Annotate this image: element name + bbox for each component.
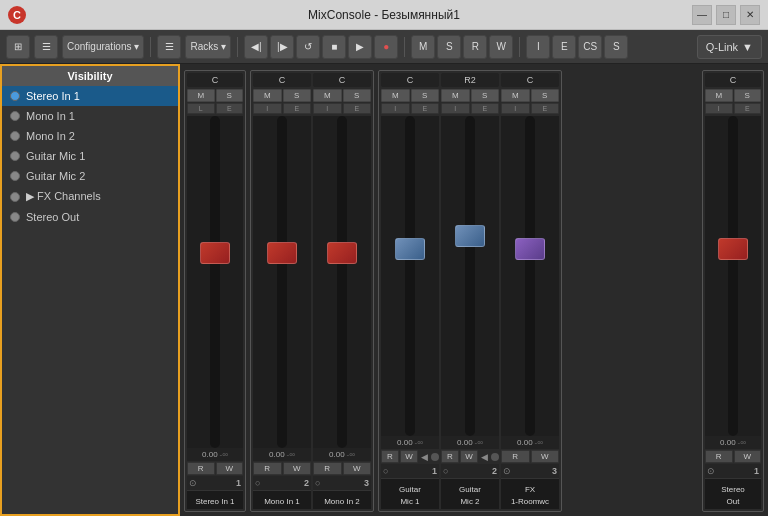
eq-e-mono-in-2[interactable]: E xyxy=(343,103,372,114)
eq-i-stereo-out[interactable]: I xyxy=(705,103,733,114)
r-guitar-mic-1[interactable]: R xyxy=(381,450,399,463)
fader-handle-mono-in-1[interactable] xyxy=(267,242,297,264)
loop-button[interactable]: ↺ xyxy=(296,35,320,59)
r-button[interactable]: R xyxy=(463,35,487,59)
fader-handle-stereo-in-1[interactable] xyxy=(200,242,230,264)
r-mono-in-2[interactable]: R xyxy=(313,462,342,475)
pan-fx-1[interactable]: C xyxy=(501,73,559,87)
visibility-dot-fx-channels xyxy=(10,192,20,202)
solo-stereo-in-1[interactable]: S xyxy=(216,89,244,102)
pan-guitar-mic-1[interactable]: C xyxy=(381,73,439,87)
fader-handle-guitar-mic-2[interactable] xyxy=(455,225,485,247)
m-button[interactable]: M xyxy=(411,35,435,59)
number-row-stereo-in-1: ⊙ 1 xyxy=(187,476,243,490)
pan-dot-guitar-mic-1[interactable] xyxy=(431,453,439,461)
mute-fx-1[interactable]: M xyxy=(501,89,530,102)
pan-dot-guitar-mic-2[interactable] xyxy=(491,453,499,461)
racks-button[interactable]: Racks ▾ xyxy=(185,35,231,59)
menu-icon: ☰ xyxy=(165,41,174,52)
close-button[interactable]: ✕ xyxy=(740,5,760,25)
w-button[interactable]: W xyxy=(489,35,513,59)
menu-button[interactable]: ☰ xyxy=(157,35,181,59)
configurations-button[interactable]: Configurations ▾ xyxy=(62,35,144,59)
w-stereo-out[interactable]: W xyxy=(734,450,762,463)
fader-handle-guitar-mic-1[interactable] xyxy=(395,238,425,260)
r-stereo-out[interactable]: R xyxy=(705,450,733,463)
w-guitar-mic-2[interactable]: W xyxy=(460,450,478,463)
mute-stereo-in-1[interactable]: M xyxy=(187,89,215,102)
minimize-button[interactable]: — xyxy=(692,5,712,25)
solo-mono-in-1[interactable]: S xyxy=(283,89,312,102)
solo-guitar-mic-1[interactable]: S xyxy=(411,89,440,102)
mute-stereo-out[interactable]: M xyxy=(705,89,733,102)
pan-mono-in-1[interactable]: C xyxy=(253,73,311,87)
eq-i-fx-1[interactable]: I xyxy=(501,103,530,114)
maximize-button[interactable]: □ xyxy=(716,5,736,25)
play-button[interactable]: ▶ xyxy=(348,35,372,59)
w-stereo-in-1[interactable]: W xyxy=(216,462,244,475)
sidebar-item-fx-channels[interactable]: ▶ FX Channels xyxy=(2,186,178,207)
eq-l-stereo-in-1[interactable]: L xyxy=(187,103,215,114)
fader-handle-fx-1[interactable] xyxy=(515,238,545,260)
toolbar: ⊞ ☰ Configurations ▾ ☰ Racks ▾ ◀| |▶ ↺ ■… xyxy=(0,30,768,64)
eq-e-guitar-mic-2[interactable]: E xyxy=(471,103,500,114)
r-stereo-in-1[interactable]: R xyxy=(187,462,215,475)
eq-i-guitar-mic-2[interactable]: I xyxy=(441,103,470,114)
solo-mono-in-2[interactable]: S xyxy=(343,89,372,102)
eq-e-fx-1[interactable]: E xyxy=(531,103,560,114)
record-button[interactable]: ● xyxy=(374,35,398,59)
list-view-button[interactable]: ☰ xyxy=(34,35,58,59)
fader-track-guitar-mic-2 xyxy=(465,116,475,436)
r-mono-in-1[interactable]: R xyxy=(253,462,282,475)
mute-mono-in-2[interactable]: M xyxy=(313,89,342,102)
pan-stereo-in-1[interactable]: C xyxy=(187,73,243,87)
eq-i-mono-in-1[interactable]: I xyxy=(253,103,282,114)
i-button[interactable]: I xyxy=(526,35,550,59)
eq-e-guitar-mic-1[interactable]: E xyxy=(411,103,440,114)
w-fx-1[interactable]: W xyxy=(531,450,560,463)
eq-e-stereo-out[interactable]: E xyxy=(734,103,762,114)
next-button[interactable]: |▶ xyxy=(270,35,294,59)
pan-btn-guitar-mic-1[interactable]: ◀ xyxy=(419,452,430,462)
r-guitar-mic-2[interactable]: R xyxy=(441,450,459,463)
s-button[interactable]: S xyxy=(437,35,461,59)
mute-mono-in-1[interactable]: M xyxy=(253,89,282,102)
pan-btn-guitar-mic-2[interactable]: ◀ xyxy=(479,452,490,462)
mute-guitar-mic-2[interactable]: M xyxy=(441,89,470,102)
fader-handle-stereo-out[interactable] xyxy=(718,238,748,260)
sidebar-item-mono-in-1[interactable]: Mono In 1 xyxy=(2,106,178,126)
eq-i-guitar-mic-1[interactable]: I xyxy=(381,103,410,114)
level-val-mono-in-1: 0.00 xyxy=(269,450,285,459)
sidebar-item-stereo-out[interactable]: Stereo Out xyxy=(2,207,178,227)
sidebar-item-guitar-mic-2[interactable]: Guitar Mic 2 xyxy=(2,166,178,186)
s2-button[interactable]: S xyxy=(604,35,628,59)
prev-button[interactable]: ◀| xyxy=(244,35,268,59)
q-link-button[interactable]: Q-Link ▼ xyxy=(697,35,762,59)
r-fx-1[interactable]: R xyxy=(501,450,530,463)
level-mono-in-2: 0.00 -∞ xyxy=(313,448,371,461)
mute-guitar-mic-1[interactable]: M xyxy=(381,89,410,102)
sidebar-item-stereo-in-1[interactable]: Stereo In 1 xyxy=(2,86,178,106)
ch-num-fx-1: 3 xyxy=(552,466,557,476)
w-mono-in-2[interactable]: W xyxy=(343,462,372,475)
w-guitar-mic-1[interactable]: W xyxy=(400,450,418,463)
eq-i-mono-in-2[interactable]: I xyxy=(313,103,342,114)
stop-button[interactable]: ■ xyxy=(322,35,346,59)
e-button[interactable]: E xyxy=(552,35,576,59)
grid-view-button[interactable]: ⊞ xyxy=(6,35,30,59)
eq-e-mono-in-1[interactable]: E xyxy=(283,103,312,114)
solo-guitar-mic-2[interactable]: S xyxy=(471,89,500,102)
pan-stereo-out[interactable]: C xyxy=(705,73,761,87)
solo-stereo-out[interactable]: S xyxy=(734,89,762,102)
fader-handle-mono-in-2[interactable] xyxy=(327,242,357,264)
pan-guitar-mic-2[interactable]: R2 xyxy=(441,73,499,87)
w-mono-in-1[interactable]: W xyxy=(283,462,312,475)
pan-mono-in-2[interactable]: C xyxy=(313,73,371,87)
sidebar-label-guitar-mic-2: Guitar Mic 2 xyxy=(26,170,85,182)
sidebar-item-mono-in-2[interactable]: Mono In 2 xyxy=(2,126,178,146)
name-label-stereo-in-1: Stereo In 1 xyxy=(195,497,234,506)
solo-fx-1[interactable]: S xyxy=(531,89,560,102)
sidebar-item-guitar-mic-1[interactable]: Guitar Mic 1 xyxy=(2,146,178,166)
eq-e-stereo-in-1[interactable]: E xyxy=(216,103,244,114)
cs-button[interactable]: CS xyxy=(578,35,602,59)
